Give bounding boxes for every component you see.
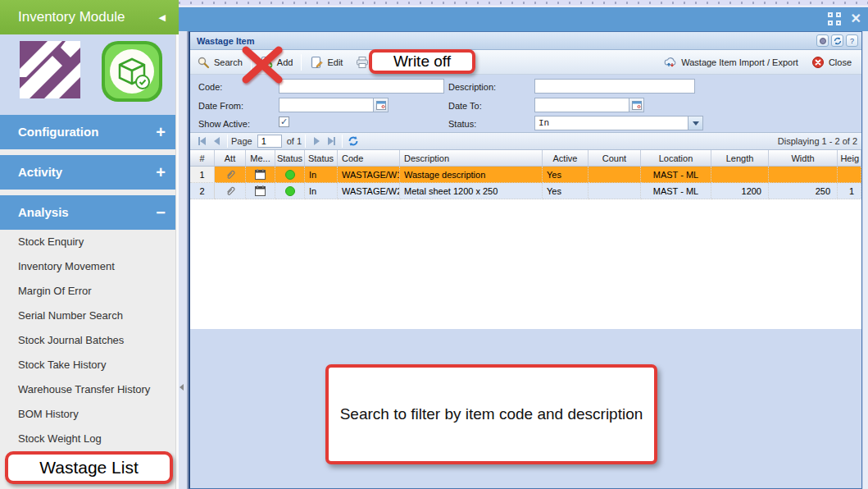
- calendar-icon[interactable]: [246, 183, 275, 199]
- date-from-label: Date From:: [198, 98, 243, 113]
- last-page-icon[interactable]: [324, 135, 339, 148]
- close-button[interactable]: Close: [805, 53, 858, 72]
- cell-count: [589, 167, 641, 183]
- sidebar-item-serial-number-search[interactable]: Serial Number Search: [0, 304, 175, 328]
- col-location[interactable]: Location: [641, 150, 711, 166]
- first-page-icon[interactable]: [194, 135, 209, 148]
- fullscreen-icon[interactable]: [828, 12, 841, 25]
- date-from-input[interactable]: [279, 98, 374, 112]
- col-code[interactable]: Code: [338, 150, 400, 166]
- date-to-calendar-icon[interactable]: [629, 98, 644, 112]
- cell-active: Yes: [543, 183, 589, 199]
- col-length[interactable]: Length: [711, 150, 769, 166]
- col-active[interactable]: Active: [543, 150, 589, 166]
- pager-bar: Page of 1 Displaying 1 - 2 of 2: [190, 132, 861, 150]
- cell-status: In: [305, 167, 338, 183]
- sidebar-item-stock-weight-log[interactable]: Stock Weight Log: [0, 427, 175, 451]
- sidebar-item-stock-journal-batches[interactable]: Stock Journal Batches: [0, 328, 175, 353]
- printer-icon: [356, 56, 369, 69]
- sidebar-header: Inventory Module ◀: [0, 0, 179, 34]
- paperclip-icon[interactable]: [215, 183, 246, 199]
- row-number: 1: [190, 167, 215, 183]
- status-green-icon: [275, 167, 305, 183]
- minus-icon[interactable]: −: [156, 195, 166, 230]
- date-to-input[interactable]: [534, 98, 629, 112]
- grid-body: 1 In WASTAGE/W1 Wastage description Yes …: [190, 167, 861, 329]
- col-width[interactable]: Width: [769, 150, 838, 166]
- sidebar-item-inventory-movement[interactable]: Inventory Movement: [0, 254, 175, 279]
- sidebar-item-bom-history[interactable]: BOM History: [0, 402, 175, 427]
- sidebar-section-analysis[interactable]: Analysis −: [0, 195, 179, 230]
- gear-icon[interactable]: [816, 34, 829, 47]
- page-number-input[interactable]: [257, 135, 282, 148]
- write-off-label: Write off: [393, 53, 451, 71]
- write-off-annotation: Write off: [369, 49, 475, 74]
- col-num[interactable]: #: [190, 150, 215, 166]
- help-icon[interactable]: ?: [846, 34, 858, 47]
- col-description[interactable]: Description: [400, 150, 543, 166]
- sidebar-splitter[interactable]: [179, 31, 187, 489]
- edit-button[interactable]: Edit: [303, 53, 349, 72]
- date-to-label: Date To:: [448, 98, 482, 113]
- status-green-icon: [275, 183, 305, 199]
- status-dropdown[interactable]: In: [534, 116, 688, 130]
- cell-location: MAST - ML: [641, 167, 711, 183]
- company-logo: [20, 41, 80, 98]
- date-from-calendar-icon[interactable]: [374, 98, 389, 112]
- displaying-status: Displaying 1 - 2 of 2: [778, 136, 857, 146]
- prev-page-icon[interactable]: [209, 135, 224, 148]
- code-input[interactable]: [279, 79, 444, 94]
- col-height[interactable]: Heig: [838, 150, 861, 166]
- show-active-checkbox[interactable]: ✓: [279, 117, 289, 127]
- cell-length: [711, 167, 769, 183]
- next-page-icon[interactable]: [309, 135, 324, 148]
- callout-annotation: Search to filter by item code and descri…: [325, 364, 657, 464]
- sidebar: Inventory Module ◀: [0, 0, 179, 489]
- cell-description: Wastage description: [400, 167, 543, 183]
- col-status[interactable]: Status: [305, 150, 338, 166]
- cell-status: In: [305, 183, 338, 199]
- cell-height: [838, 167, 861, 183]
- grid-refresh-icon[interactable]: [346, 135, 361, 148]
- background-page-sliver: [179, 0, 868, 7]
- edit-icon: [310, 56, 323, 69]
- callout-text: Search to filter by item code and descri…: [340, 405, 643, 423]
- row-number: 2: [190, 183, 215, 199]
- status-label: Status:: [448, 117, 476, 131]
- col-status-icon[interactable]: Status: [275, 150, 305, 166]
- sidebar-section-configuration[interactable]: Configuration +: [0, 115, 179, 149]
- sidebar-title: Inventory Module: [18, 9, 125, 25]
- col-me[interactable]: Me...: [246, 150, 275, 166]
- page-label: Page: [231, 136, 252, 146]
- col-att[interactable]: Att: [215, 150, 246, 166]
- red-x-annotation: [239, 43, 285, 86]
- sidebar-item-margin-of-error[interactable]: Margin Of Error: [0, 279, 175, 304]
- wastage-list-annotation[interactable]: Wastage List: [5, 451, 173, 484]
- search-icon: [197, 56, 210, 69]
- splitter-collapse-icon[interactable]: [180, 384, 184, 391]
- cell-description: Metal sheet 1200 x 250: [400, 183, 543, 199]
- window-close-icon[interactable]: ✕: [851, 12, 861, 25]
- section-label: Configuration: [18, 125, 98, 139]
- plus-icon[interactable]: +: [156, 115, 166, 149]
- cell-count: [589, 183, 641, 199]
- sidebar-logo-area: [0, 34, 179, 115]
- sidebar-section-activity[interactable]: Activity +: [0, 155, 179, 190]
- sidebar-item-warehouse-transfer-history[interactable]: Warehouse Transfer History: [0, 377, 175, 402]
- refresh-icon[interactable]: [831, 34, 843, 47]
- description-input[interactable]: [534, 79, 695, 94]
- sidebar-item-stock-take-history[interactable]: Stock Take History: [0, 353, 175, 377]
- app-root: Inventory Module ◀: [0, 0, 868, 489]
- paperclip-icon[interactable]: [215, 167, 246, 183]
- plus-icon[interactable]: +: [156, 155, 166, 190]
- table-row[interactable]: 1 In WASTAGE/W1 Wastage description Yes …: [190, 167, 861, 183]
- sidebar-item-stock-enquiry[interactable]: Stock Enquiry: [0, 230, 175, 254]
- col-count[interactable]: Count: [589, 150, 641, 166]
- right-edge-strip: [863, 31, 868, 489]
- calendar-icon[interactable]: [246, 167, 275, 183]
- sidebar-collapse-icon[interactable]: ◀: [159, 0, 166, 34]
- table-row[interactable]: 2 In WASTAGE/W2 Metal sheet 1200 x 250 Y…: [190, 183, 861, 199]
- wastage-import-export-button[interactable]: Wastage Item Import / Export: [657, 53, 805, 72]
- window-titlebar: ✕: [179, 7, 868, 31]
- status-dropdown-chevron-icon[interactable]: [688, 116, 703, 130]
